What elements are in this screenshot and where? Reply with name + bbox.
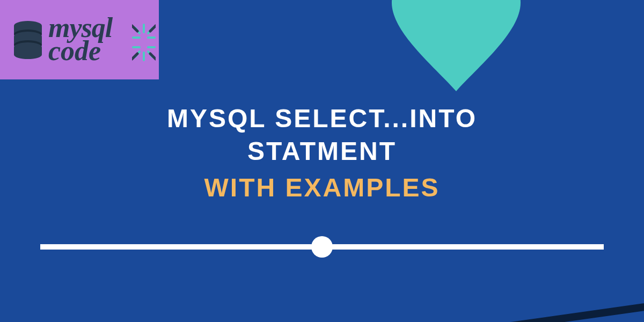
svg-point-8 <box>14 50 42 59</box>
database-icon <box>13 20 43 59</box>
divider-line-left <box>40 244 313 250</box>
spark-icon <box>132 24 156 61</box>
divider-line-right <box>331 244 604 250</box>
divider-dot <box>311 236 333 258</box>
title-block: MYSQL SELECT...INTO STATMENT WITH EXAMPL… <box>80 102 564 204</box>
title-subtitle: WITH EXAMPLES <box>80 171 564 204</box>
svg-line-20 <box>150 26 156 31</box>
title-line2: STATMENT <box>80 135 564 167</box>
divider <box>40 236 604 258</box>
logo-container: mysql code <box>0 0 159 79</box>
heart-decoration <box>386 0 526 97</box>
title-line1: MYSQL SELECT...INTO <box>80 102 564 135</box>
svg-line-22 <box>150 54 156 59</box>
svg-line-21 <box>132 54 137 59</box>
logo-line2: code <box>48 40 112 63</box>
svg-line-19 <box>132 26 137 31</box>
logo-text: mysql code <box>48 17 112 62</box>
